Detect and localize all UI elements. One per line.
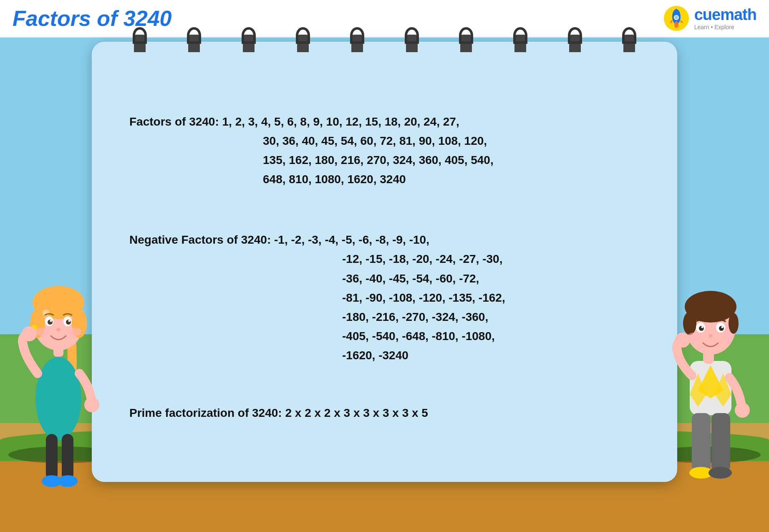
svg-point-38 xyxy=(683,312,696,335)
ring-3 xyxy=(242,27,256,52)
svg-rect-27 xyxy=(46,434,58,480)
logo-text-area: cuemath Learn • Explore xyxy=(694,6,756,31)
svg-rect-52 xyxy=(711,413,730,471)
svg-point-5 xyxy=(674,15,678,20)
notebook: Factors of 3240: 1, 2, 3, 4, 5, 6, 8, 9,… xyxy=(92,42,677,482)
svg-point-47 xyxy=(721,333,734,341)
brand-name: cuemath xyxy=(694,6,756,24)
rocket-icon xyxy=(663,5,690,32)
svg-point-50 xyxy=(735,403,750,418)
prime-value: 2 x 2 x 2 x 3 x 3 x 3 x 3 x 5 xyxy=(285,406,428,419)
svg-point-23 xyxy=(56,328,61,331)
girl-svg xyxy=(0,248,117,499)
svg-point-6 xyxy=(674,21,678,28)
factors-line2: 30, 36, 40, 45, 54, 60, 72, 81, 90, 108,… xyxy=(129,131,640,151)
svg-point-39 xyxy=(729,313,739,334)
svg-rect-28 xyxy=(62,434,73,480)
svg-point-45 xyxy=(721,326,724,328)
factors-line3: 135, 162, 180, 216, 270, 324, 360, 405, … xyxy=(129,151,640,170)
ring-9 xyxy=(568,27,582,52)
negative-line6: -405, -540, -648, -810, -1080, xyxy=(129,327,640,346)
svg-point-8 xyxy=(35,357,81,440)
prime-label: Prime factorization of 3240: xyxy=(129,406,282,419)
factors-label: Factors of 3240: xyxy=(129,115,219,128)
svg-point-14 xyxy=(43,310,49,316)
ring-6 xyxy=(405,27,419,52)
factors-line4: 648, 810, 1080, 1620, 3240 xyxy=(129,170,640,189)
ring-1 xyxy=(133,27,147,52)
prime-section: Prime factorization of 3240: 2 x 2 x 2 x… xyxy=(129,406,640,420)
ring-5 xyxy=(350,27,364,52)
svg-point-19 xyxy=(50,320,52,322)
svg-rect-51 xyxy=(692,413,711,471)
negative-label: Negative Factors of 3240: xyxy=(129,233,271,246)
notebook-content: Factors of 3240: 1, 2, 3, 4, 5, 6, 8, 9,… xyxy=(117,63,652,469)
ring-2 xyxy=(187,27,201,52)
brand-tagline: Learn • Explore xyxy=(694,24,756,31)
logo: cuemath Learn • Explore xyxy=(663,5,756,32)
negative-line1: -1, -2, -3, -4, -5, -6, -8, -9, -10, xyxy=(274,233,429,246)
negative-line4: -81, -90, -108, -120, -135, -162, xyxy=(129,288,640,308)
svg-point-22 xyxy=(68,328,82,336)
svg-point-21 xyxy=(35,328,48,336)
svg-point-49 xyxy=(675,333,690,348)
factors-line1: 1, 2, 3, 4, 5, 6, 8, 9, 10, 12, 15, 18, … xyxy=(222,115,459,128)
svg-point-44 xyxy=(701,326,703,328)
ring-7 xyxy=(459,27,473,52)
ring-8 xyxy=(513,27,527,52)
spiral-rings xyxy=(113,27,656,52)
negative-line7: -1620, -3240 xyxy=(129,346,640,365)
svg-point-54 xyxy=(708,467,732,479)
svg-point-20 xyxy=(68,320,71,322)
svg-point-26 xyxy=(84,397,99,412)
svg-point-30 xyxy=(58,475,78,487)
ring-4 xyxy=(296,27,310,52)
girl-character xyxy=(0,248,117,499)
boy-character xyxy=(652,257,769,499)
ring-10 xyxy=(622,27,636,52)
svg-point-48 xyxy=(708,334,713,338)
negative-line3: -36, -40, -45, -54, -60, -72, xyxy=(129,269,640,288)
svg-point-25 xyxy=(22,326,37,341)
negative-section: Negative Factors of 3240: -1, -2, -3, -4… xyxy=(129,230,640,365)
factors-section: Factors of 3240: 1, 2, 3, 4, 5, 6, 8, 9,… xyxy=(129,112,640,189)
negative-line2: -12, -15, -18, -20, -24, -27, -30, xyxy=(129,250,640,269)
boy-svg xyxy=(652,257,769,499)
negative-line5: -180, -216, -270, -324, -360, xyxy=(129,308,640,327)
